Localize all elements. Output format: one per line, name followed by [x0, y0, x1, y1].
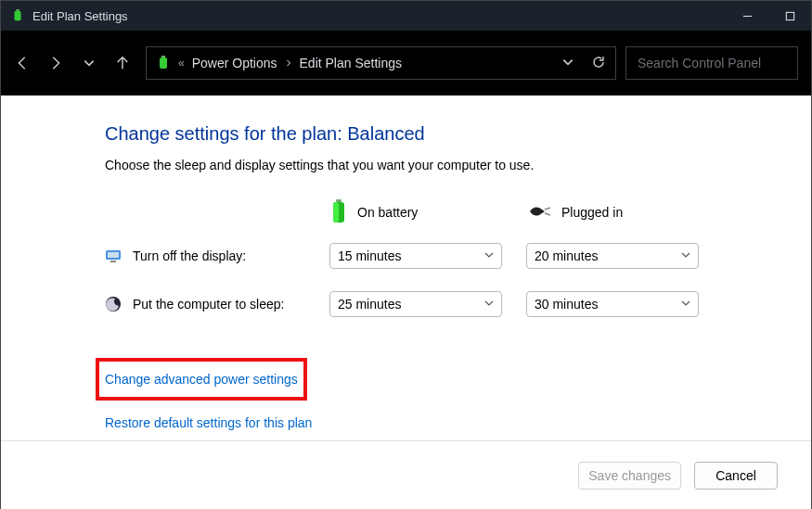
battery-icon	[329, 198, 348, 227]
breadcrumb-item[interactable]: Power Options	[192, 56, 277, 70]
chevron-left-icon: «	[178, 57, 185, 70]
column-header-label: Plugged in	[561, 205, 623, 220]
refresh-icon[interactable]	[591, 55, 606, 72]
address-bar[interactable]: « Power Options Edit Plan Settings	[146, 46, 616, 80]
links-section: Change advanced power settings Restore d…	[105, 358, 793, 430]
svg-rect-13	[110, 261, 116, 262]
minimize-button[interactable]	[726, 1, 768, 31]
dropdown-value: 25 minutes	[338, 297, 401, 312]
svg-rect-1	[16, 9, 19, 11]
settings-grid: On battery Plugged in Turn off the displ…	[105, 193, 793, 328]
save-changes-button: Save changes	[578, 462, 681, 490]
window-controls	[726, 1, 811, 31]
battery-icon	[10, 8, 25, 23]
column-header-battery: On battery	[329, 193, 511, 232]
window-title: Edit Plan Settings	[32, 9, 128, 23]
svg-rect-7	[333, 202, 339, 223]
svg-line-9	[545, 208, 550, 210]
display-plugged-dropdown[interactable]: 20 minutes	[526, 243, 699, 269]
sleep-battery-dropdown[interactable]: 25 minutes	[329, 291, 502, 317]
search-input[interactable]	[638, 56, 786, 70]
svg-line-10	[545, 213, 550, 215]
cancel-button[interactable]: Cancel	[694, 462, 778, 490]
advanced-power-settings-link[interactable]: Change advanced power settings	[105, 372, 298, 387]
recent-dropdown-icon[interactable]	[81, 55, 97, 71]
forward-button[interactable]	[47, 55, 64, 71]
row-label-sleep: Put the computer to sleep:	[105, 280, 315, 328]
chevron-right-icon	[285, 57, 292, 70]
svg-rect-4	[160, 57, 167, 69]
row-label-text: Turn off the display:	[133, 248, 246, 263]
chevron-down-icon	[681, 250, 690, 261]
page-description: Choose the sleep and display settings th…	[105, 158, 793, 172]
moon-icon	[105, 296, 122, 312]
nav-arrows	[14, 55, 131, 71]
page-title: Change settings for the plan: Balanced	[105, 123, 793, 145]
chevron-down-icon	[484, 250, 494, 261]
svg-rect-5	[161, 56, 165, 57]
svg-rect-0	[15, 11, 21, 21]
button-label: Cancel	[715, 468, 756, 483]
dropdown-value: 30 minutes	[535, 297, 598, 312]
svg-rect-8	[336, 199, 342, 202]
row-label-text: Put the computer to sleep:	[133, 297, 284, 312]
chevron-down-icon	[484, 299, 494, 310]
monitor-icon	[105, 248, 122, 264]
search-box[interactable]	[625, 46, 798, 80]
dropdown-value: 15 minutes	[338, 248, 401, 263]
button-label: Save changes	[588, 468, 671, 483]
battery-icon	[156, 56, 171, 70]
plug-icon	[526, 204, 552, 222]
footer: Save changes Cancel	[1, 440, 811, 509]
up-button[interactable]	[114, 55, 131, 71]
row-label-display: Turn off the display:	[105, 232, 315, 280]
maximize-button[interactable]	[768, 1, 811, 31]
restore-defaults-link[interactable]: Restore default settings for this plan	[105, 415, 793, 430]
display-battery-dropdown[interactable]: 15 minutes	[329, 243, 502, 269]
navbar: « Power Options Edit Plan Settings	[1, 31, 811, 95]
column-header-label: On battery	[357, 205, 418, 220]
dropdown-value: 20 minutes	[535, 248, 598, 263]
address-dropdown-icon[interactable]	[561, 56, 574, 71]
svg-rect-3	[786, 12, 793, 19]
window-titlebar: Edit Plan Settings	[1, 1, 811, 31]
chevron-down-icon	[681, 299, 690, 310]
column-header-plugged: Plugged in	[526, 193, 708, 232]
main-panel: Change settings for the plan: Balanced C…	[1, 95, 811, 430]
back-button[interactable]	[14, 55, 31, 71]
svg-rect-12	[108, 252, 119, 258]
sleep-plugged-dropdown[interactable]: 30 minutes	[526, 291, 699, 317]
breadcrumb-item[interactable]: Edit Plan Settings	[300, 56, 403, 70]
highlighted-link-box: Change advanced power settings	[96, 358, 307, 401]
